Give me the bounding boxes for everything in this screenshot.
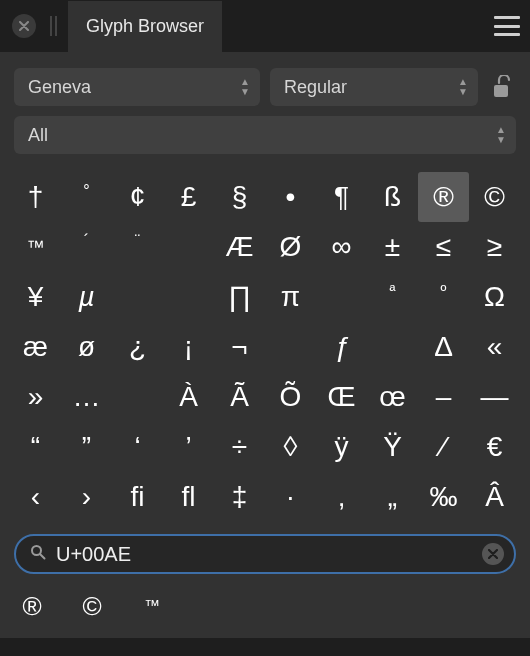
glyph-cell[interactable]: Ø — [265, 222, 316, 272]
glyph-cell[interactable]: “ — [10, 422, 61, 472]
glyph-cell[interactable]: ª — [367, 272, 418, 322]
glyph-cell[interactable]: ÿ — [316, 422, 367, 472]
glyph-cell[interactable]: ◊ — [265, 422, 316, 472]
glyph-cell[interactable]: ‡ — [214, 472, 265, 522]
glyph-cell[interactable]: ® — [418, 172, 469, 222]
glyph-cell[interactable]: π — [265, 272, 316, 322]
glyph-cell[interactable]: ‰ — [418, 472, 469, 522]
glyph-cell[interactable]: Ω — [469, 272, 520, 322]
svg-rect-0 — [494, 85, 508, 97]
title-divider — [50, 16, 58, 36]
lock-toggle[interactable] — [488, 68, 516, 106]
glyph-cell[interactable]: À — [163, 372, 214, 422]
clear-search-button[interactable] — [482, 543, 504, 565]
glyph-cell[interactable]: ƒ — [316, 322, 367, 372]
glyph-cell[interactable]: « — [469, 322, 520, 372]
glyph-cell[interactable]: ⁄ — [418, 422, 469, 472]
glyph-cell[interactable]: ’ — [163, 422, 214, 472]
glyph-cell[interactable]: º — [418, 272, 469, 322]
glyph-cell[interactable]: ÷ — [214, 422, 265, 472]
glyph-cell[interactable]: ¢ — [112, 172, 163, 222]
panel-tab-label: Glyph Browser — [86, 16, 204, 37]
glyph-cell[interactable]: ¬ — [214, 322, 265, 372]
lock-open-icon — [493, 75, 511, 99]
glyph-cell[interactable]: Æ — [214, 222, 265, 272]
glyph-cell[interactable]: ≥ — [469, 222, 520, 272]
panel-tab[interactable]: Glyph Browser — [68, 0, 222, 52]
glyph-cell[interactable]: › — [61, 472, 112, 522]
glyph-cell[interactable]: ¨ — [112, 222, 163, 272]
glyph-cell[interactable]: … — [61, 372, 112, 422]
glyph-cell[interactable] — [265, 322, 316, 372]
glyph-cell[interactable]: † — [10, 172, 61, 222]
glyph-cell[interactable]: Œ — [316, 372, 367, 422]
search-input[interactable] — [56, 543, 472, 566]
glyph-cell[interactable]: € — [469, 422, 520, 472]
glyph-cell[interactable]: ´ — [61, 222, 112, 272]
font-family-select[interactable]: Geneva ▲▼ — [14, 68, 260, 106]
glyph-cell[interactable]: ﬂ — [163, 472, 214, 522]
glyph-filter-value: All — [28, 125, 48, 146]
hamburger-icon — [494, 16, 520, 19]
glyph-cell[interactable]: ‚ — [316, 472, 367, 522]
glyph-cell[interactable] — [112, 372, 163, 422]
title-bar: Glyph Browser — [0, 0, 530, 52]
glyph-cell[interactable]: § — [214, 172, 265, 222]
glyph-cell[interactable] — [367, 322, 418, 372]
glyph-cell[interactable]: © — [469, 172, 520, 222]
glyph-cell[interactable]: µ — [61, 272, 112, 322]
search-results: ®©™ — [0, 582, 530, 638]
glyph-cell[interactable]: ” — [61, 422, 112, 472]
glyph-filter-select[interactable]: All ▲▼ — [14, 116, 516, 154]
glyph-cell[interactable]: ¿ — [112, 322, 163, 372]
glyph-cell[interactable]: — — [469, 372, 520, 422]
toolbar: Geneva ▲▼ Regular ▲▼ All ▲▼ — [0, 52, 530, 164]
close-button[interactable] — [12, 14, 36, 38]
glyph-cell[interactable]: ﬁ — [112, 472, 163, 522]
glyph-cell[interactable]: „ — [367, 472, 418, 522]
result-glyph[interactable]: © — [74, 588, 110, 624]
glyph-cell[interactable] — [112, 272, 163, 322]
search-icon — [30, 544, 46, 564]
font-style-value: Regular — [284, 77, 347, 98]
glyph-cell[interactable]: ‹ — [10, 472, 61, 522]
result-glyph[interactable]: ® — [14, 588, 50, 624]
glyph-cell[interactable]: » — [10, 372, 61, 422]
glyph-cell[interactable]: ß — [367, 172, 418, 222]
glyph-cell[interactable]: · — [265, 472, 316, 522]
search-box[interactable] — [14, 534, 516, 574]
glyph-cell[interactable]: Ã — [214, 372, 265, 422]
glyph-cell[interactable]: ° — [61, 172, 112, 222]
glyph-cell[interactable]: £ — [163, 172, 214, 222]
glyph-cell[interactable]: ∞ — [316, 222, 367, 272]
glyph-cell[interactable]: ¶ — [316, 172, 367, 222]
glyph-cell[interactable]: Δ — [418, 322, 469, 372]
glyph-cell[interactable]: ™ — [10, 222, 61, 272]
clear-icon — [488, 549, 498, 559]
chevron-updown-icon: ▲▼ — [496, 126, 506, 144]
font-family-value: Geneva — [28, 77, 91, 98]
glyph-cell[interactable]: œ — [367, 372, 418, 422]
glyph-cell[interactable]: – — [418, 372, 469, 422]
glyph-cell[interactable]: æ — [10, 322, 61, 372]
glyph-cell[interactable]: Â — [469, 472, 520, 522]
glyph-cell[interactable] — [163, 222, 214, 272]
svg-line-2 — [40, 554, 44, 558]
glyph-cell[interactable]: ø — [61, 322, 112, 372]
glyph-cell[interactable] — [163, 272, 214, 322]
glyph-cell[interactable]: Õ — [265, 372, 316, 422]
glyph-cell[interactable]: ‘ — [112, 422, 163, 472]
glyph-cell[interactable]: ∏ — [214, 272, 265, 322]
panel-menu-button[interactable] — [494, 16, 520, 36]
result-glyph[interactable]: ™ — [134, 588, 170, 624]
glyph-cell[interactable]: ± — [367, 222, 418, 272]
glyph-cell[interactable]: • — [265, 172, 316, 222]
chevron-updown-icon: ▲▼ — [458, 78, 468, 96]
glyph-cell[interactable]: ≤ — [418, 222, 469, 272]
glyph-cell[interactable]: ¡ — [163, 322, 214, 372]
glyph-cell[interactable]: Ÿ — [367, 422, 418, 472]
chevron-updown-icon: ▲▼ — [240, 78, 250, 96]
font-style-select[interactable]: Regular ▲▼ — [270, 68, 478, 106]
glyph-cell[interactable]: ¥ — [10, 272, 61, 322]
glyph-cell[interactable] — [316, 272, 367, 322]
